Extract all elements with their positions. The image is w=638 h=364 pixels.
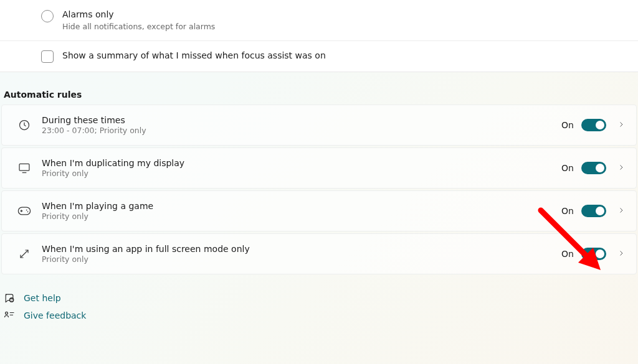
automatic-rules-list: During these times 23:00 - 07:00; Priori… [0, 105, 638, 274]
give-feedback-link[interactable]: Give feedback [4, 307, 638, 324]
fullscreen-icon [13, 248, 36, 259]
get-help-link[interactable]: Get help [4, 289, 638, 307]
chevron-right-icon [617, 206, 625, 216]
svg-point-3 [26, 210, 27, 211]
rule-label-block: During these times 23:00 - 07:00; Priori… [36, 115, 561, 135]
rule-subtitle: Priority only [42, 169, 561, 178]
rule-subtitle: Priority only [42, 254, 561, 264]
svg-point-4 [27, 211, 29, 212]
rule-status: On [561, 120, 574, 130]
gamepad-icon [13, 206, 36, 216]
rule-title: During these times [42, 115, 561, 125]
rule-toggle[interactable] [581, 119, 606, 131]
rule-subtitle: Priority only [42, 212, 561, 221]
svg-point-7 [11, 301, 12, 301]
chevron-right-icon [617, 120, 625, 130]
rule-status: On [561, 249, 574, 259]
rule-title: When I'm duplicating my display [42, 158, 561, 168]
alarms-only-title: Alarms only [62, 9, 215, 21]
clock-icon [13, 119, 36, 131]
svg-point-8 [6, 312, 8, 314]
chevron-right-icon [617, 249, 625, 259]
rule-toggle[interactable] [581, 205, 606, 217]
rule-during-these-times[interactable]: During these times 23:00 - 07:00; Priori… [1, 105, 637, 146]
rule-toggle[interactable] [581, 162, 606, 174]
radio-option-text: Alarms only Hide all notifications, exce… [62, 9, 215, 32]
footer-links: Get help Give feedback [0, 274, 638, 324]
alarms-only-subtitle: Hide all notifications, except for alarm… [62, 22, 215, 32]
rule-status: On [561, 163, 574, 173]
rule-label-block: When I'm duplicating my display Priority… [36, 158, 561, 178]
automatic-rules-header: Automatic rules [0, 72, 638, 105]
rule-duplicating-display[interactable]: When I'm duplicating my display Priority… [1, 147, 637, 189]
rule-label-block: When I'm using an app in full screen mod… [36, 244, 561, 264]
checkbox-icon [41, 50, 54, 63]
rule-title: When I'm using an app in full screen mod… [42, 244, 561, 254]
radio-option-alarms-only[interactable]: Alarms only Hide all notifications, exce… [0, 0, 638, 40]
rule-playing-game[interactable]: When I'm playing a game Priority only On [1, 190, 637, 231]
rule-label-block: When I'm playing a game Priority only [36, 201, 561, 221]
rule-status: On [561, 206, 574, 216]
svg-rect-1 [19, 164, 29, 170]
checkbox-option-show-summary[interactable]: Show a summary of what I missed when foc… [0, 40, 638, 72]
radio-icon [41, 10, 54, 22]
focus-assist-options-panel: Alarms only Hide all notifications, exce… [0, 0, 638, 72]
rule-title: When I'm playing a game [42, 201, 561, 211]
help-icon [4, 293, 15, 303]
rule-fullscreen-app[interactable]: When I'm using an app in full screen mod… [1, 233, 637, 274]
rule-subtitle: 23:00 - 07:00; Priority only [42, 126, 561, 135]
svg-rect-2 [18, 207, 30, 215]
give-feedback-label: Give feedback [24, 310, 86, 320]
feedback-icon [4, 310, 15, 320]
monitor-icon [13, 162, 36, 174]
chevron-right-icon [617, 163, 625, 173]
show-summary-label: Show a summary of what I missed when foc… [62, 50, 326, 62]
checkbox-option-text: Show a summary of what I missed when foc… [62, 50, 326, 62]
get-help-label: Get help [24, 293, 61, 303]
rule-toggle[interactable] [581, 248, 606, 260]
